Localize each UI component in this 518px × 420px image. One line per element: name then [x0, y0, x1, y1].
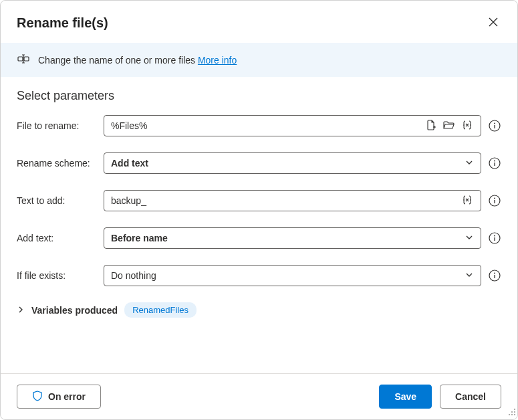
on-error-button[interactable]: On error	[17, 385, 101, 409]
file-to-rename-input[interactable]	[111, 120, 420, 131]
chevron-right-icon	[17, 305, 25, 316]
cancel-button[interactable]: Cancel	[440, 385, 501, 409]
info-icon	[489, 120, 501, 132]
variables-expand-toggle[interactable]	[17, 305, 25, 316]
chevron-down-icon	[465, 233, 474, 244]
close-button[interactable]	[485, 14, 501, 32]
svg-point-5	[494, 161, 495, 162]
variable-chip-renamed-files[interactable]: RenamedFiles	[124, 302, 197, 318]
add-text-select[interactable]: Before name	[104, 227, 481, 249]
rename-scheme-select[interactable]: Add text	[104, 152, 481, 174]
svg-rect-1	[24, 57, 29, 61]
chevron-down-icon	[465, 270, 474, 282]
control-add-text: Before name	[104, 227, 501, 249]
dialog-content: Select parameters File to rename:	[1, 77, 517, 373]
info-icon	[489, 270, 501, 282]
row-file-to-rename: File to rename:	[17, 115, 501, 136]
footer-right: Save Cancel	[379, 385, 501, 409]
dialog-footer: On error Save Cancel	[1, 373, 517, 419]
label-add-text: Add text:	[17, 233, 97, 243]
variable-icon	[462, 120, 473, 132]
more-info-link[interactable]: More info	[198, 55, 237, 66]
info-icon	[489, 195, 501, 207]
svg-point-11	[494, 273, 495, 274]
row-text-to-add: Text to add:	[17, 190, 501, 211]
svg-point-7	[494, 198, 495, 199]
info-icon	[489, 232, 501, 244]
variables-produced-label: Variables produced	[31, 305, 118, 316]
svg-point-3	[494, 123, 495, 124]
help-add-text[interactable]	[488, 231, 501, 245]
variable-picker-button[interactable]	[461, 118, 474, 134]
text-to-add-input[interactable]	[111, 195, 457, 206]
svg-point-9	[494, 235, 495, 237]
close-icon	[488, 17, 499, 29]
row-rename-scheme: Rename scheme: Add text	[17, 152, 501, 174]
label-if-file-exists: If file exists:	[17, 270, 97, 281]
variables-produced-row: Variables produced RenamedFiles	[17, 302, 501, 318]
dialog-header: Rename file(s)	[1, 1, 517, 43]
rename-action-icon	[17, 52, 30, 68]
dialog-title: Rename file(s)	[17, 15, 108, 31]
file-to-rename-input-wrap[interactable]	[104, 115, 481, 136]
file-add-icon	[426, 120, 436, 132]
info-banner-text: Change the name of one or more files Mor…	[38, 55, 237, 66]
row-add-text: Add text: Before name	[17, 227, 501, 249]
variable-icon	[462, 195, 473, 207]
folder-open-icon	[443, 120, 455, 132]
info-banner: Change the name of one or more files Mor…	[1, 43, 517, 77]
shield-icon	[32, 391, 43, 403]
label-text-to-add: Text to add:	[17, 195, 97, 206]
control-rename-scheme: Add text	[104, 152, 501, 174]
info-icon	[489, 157, 501, 169]
if-file-exists-select[interactable]: Do nothing	[104, 265, 481, 286]
cancel-label: Cancel	[455, 391, 486, 402]
text-to-add-input-wrap[interactable]	[104, 190, 481, 211]
label-rename-scheme: Rename scheme:	[17, 158, 97, 169]
banner-description: Change the name of one or more files	[38, 55, 198, 66]
save-button[interactable]: Save	[379, 385, 432, 409]
label-file-to-rename: File to rename:	[17, 120, 97, 131]
add-text-value: Before name	[111, 233, 168, 243]
rename-scheme-value: Add text	[111, 158, 148, 169]
control-if-file-exists: Do nothing	[104, 265, 501, 286]
help-rename-scheme[interactable]	[488, 156, 501, 170]
section-heading: Select parameters	[17, 89, 501, 103]
file-picker-button[interactable]	[424, 118, 438, 134]
row-if-file-exists: If file exists: Do nothing	[17, 265, 501, 286]
help-file-to-rename[interactable]	[488, 119, 501, 132]
variable-picker-button-2[interactable]	[461, 193, 474, 209]
control-file-to-rename	[104, 115, 501, 136]
svg-rect-0	[18, 57, 23, 61]
footer-left: On error	[17, 385, 101, 409]
help-text-to-add[interactable]	[488, 194, 501, 207]
if-file-exists-value: Do nothing	[111, 270, 156, 281]
help-if-file-exists[interactable]	[488, 269, 501, 282]
chevron-down-icon	[465, 158, 474, 169]
on-error-label: On error	[48, 391, 86, 402]
save-label: Save	[394, 391, 416, 402]
rename-files-dialog: Rename file(s) Change the name of one or…	[0, 0, 518, 420]
folder-picker-button[interactable]	[442, 118, 457, 134]
control-text-to-add	[104, 190, 501, 211]
